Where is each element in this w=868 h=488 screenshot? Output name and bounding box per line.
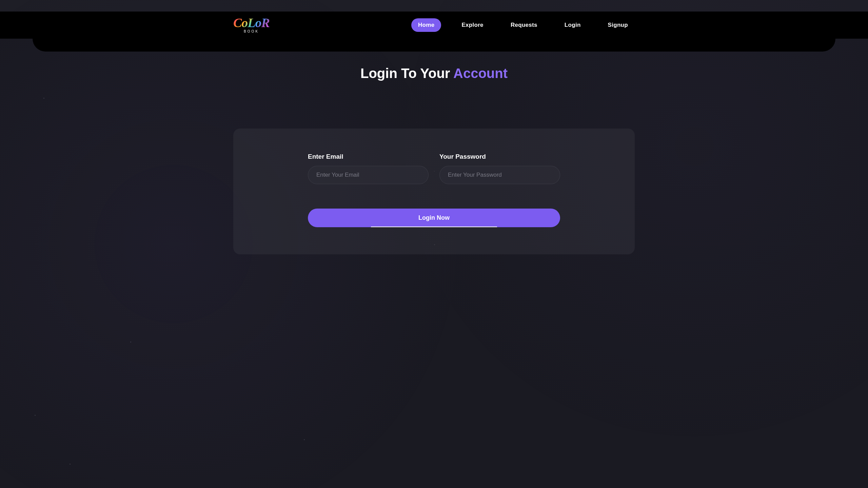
nav-link-requests[interactable]: Requests — [504, 18, 544, 32]
logo[interactable]: CoLoR BOOK — [233, 17, 270, 33]
email-label: Enter Email — [308, 153, 429, 160]
nav-link-login[interactable]: Login — [558, 18, 588, 32]
page-title: Login To Your Account — [233, 66, 635, 81]
page-title-accent: Account — [453, 66, 508, 81]
nav-links: Home Explore Requests Login Signup — [411, 18, 635, 32]
nav-link-explore[interactable]: Explore — [455, 18, 490, 32]
email-group: Enter Email — [308, 153, 429, 184]
password-group: Your Password — [439, 153, 560, 184]
page-title-prefix: Login To Your — [360, 66, 453, 81]
form-row: Enter Email Your Password — [308, 153, 560, 184]
navbar-rounded-decoration — [33, 39, 835, 52]
login-card: Enter Email Your Password Login Now — [233, 129, 635, 254]
logo-title: CoLoR — [233, 17, 270, 28]
login-button[interactable]: Login Now — [308, 209, 560, 227]
nav-link-home[interactable]: Home — [411, 18, 441, 32]
password-input[interactable] — [439, 166, 560, 184]
nav-link-signup[interactable]: Signup — [601, 18, 635, 32]
navbar: CoLoR BOOK Home Explore Requests Login S… — [0, 12, 868, 39]
email-input[interactable] — [308, 166, 429, 184]
main-content: Login To Your Account Enter Email Your P… — [217, 39, 651, 275]
logo-subtitle: BOOK — [244, 30, 259, 33]
password-label: Your Password — [439, 153, 560, 160]
top-spacer — [0, 0, 868, 12]
